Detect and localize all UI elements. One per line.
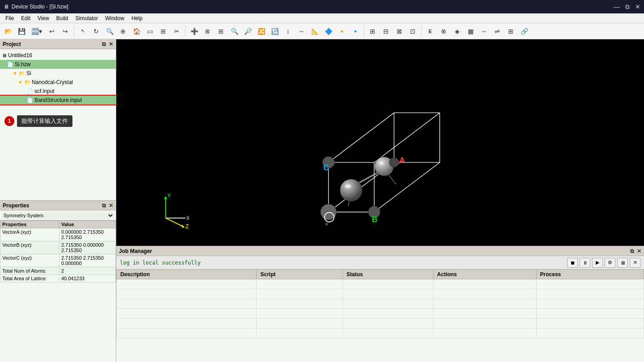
menu-edit[interactable]: Edit: [17, 14, 34, 22]
tb-d1[interactable]: ⊞: [366, 25, 379, 38]
tb-rect[interactable]: ▭: [144, 25, 156, 38]
tb-search2[interactable]: 🔎: [242, 25, 254, 38]
tb-e5[interactable]: ↔: [478, 25, 490, 38]
tb-e7[interactable]: ⊞: [504, 25, 517, 38]
tb-grid[interactable]: ⊞: [157, 25, 169, 38]
properties-panel-controls[interactable]: ⧉ ✕: [102, 202, 113, 209]
tb-select[interactable]: ↖: [76, 25, 89, 38]
prop-value: 2: [59, 267, 115, 275]
project-panel-float[interactable]: ⧉: [102, 41, 106, 47]
job-manager-controls[interactable]: ⧉ ✕: [630, 248, 641, 254]
svg-point-15: [340, 179, 362, 202]
menu-help[interactable]: Help: [128, 14, 146, 22]
tb-shape3[interactable]: 🔹: [349, 25, 361, 38]
tb-zoom-in[interactable]: ⊕: [117, 25, 129, 38]
job-manager-close[interactable]: ✕: [637, 248, 641, 254]
menu-view[interactable]: View: [34, 14, 53, 22]
tree-item-bandstructure[interactable]: 📄 BandStructure.input: [0, 96, 116, 105]
tb-redo[interactable]: ↪: [59, 25, 72, 38]
tree-item-scf-input[interactable]: 📄 scf.input: [0, 87, 116, 96]
sep3: [364, 26, 364, 37]
project-panel-close[interactable]: ✕: [109, 41, 113, 47]
menu-file[interactable]: File: [2, 14, 17, 22]
tb-undo[interactable]: ↩: [46, 25, 58, 38]
tb-search[interactable]: 🔍: [228, 25, 241, 38]
right-side: C A B O Y Z: [116, 39, 644, 362]
properties-panel: Properties ⧉ ✕ Symmetry System Propertie…: [0, 201, 116, 362]
job-row: [117, 279, 644, 289]
project-panel-header: Project ⧉ ✕: [0, 39, 116, 49]
badge-text: 能带计算输入文件: [17, 115, 72, 127]
jm-monitor[interactable]: 🖥: [617, 258, 628, 268]
svg-line-32: [165, 218, 183, 227]
tree-item-si-folder[interactable]: ▼ 📁 Si: [0, 69, 116, 78]
project-panel-title: Project: [3, 41, 21, 47]
maximize-button[interactable]: ⧉: [625, 3, 630, 11]
symmetry-system-dropdown[interactable]: Symmetry System: [2, 212, 114, 219]
prop-value: 40.041233: [59, 275, 115, 282]
svg-text:B: B: [372, 215, 377, 224]
tb-up[interactable]: ↕: [282, 25, 294, 38]
tb-new-dropdown[interactable]: 🆕▾: [29, 25, 45, 38]
project-icon: 🖥: [2, 53, 7, 58]
tb-swap[interactable]: 🔀: [255, 25, 267, 38]
tb-d4[interactable]: ⊡: [407, 25, 419, 38]
tb-home[interactable]: 🏠: [130, 25, 143, 38]
tb-add[interactable]: ➕: [188, 25, 200, 38]
jm-settings[interactable]: ⚙: [605, 258, 615, 268]
jm-pause[interactable]: ⏸: [580, 258, 590, 268]
tree-label-nanodcal: Nanodcal-Crystal: [32, 79, 73, 85]
tb-e4[interactable]: ▦: [464, 25, 477, 38]
tree-item-nanodcal[interactable]: ▼ 📁 Nanodcal-Crystal: [0, 78, 116, 87]
job-manager-title: Job Manager: [119, 248, 152, 254]
jm-play[interactable]: ▶: [592, 258, 603, 268]
tb-measure[interactable]: 📐: [309, 25, 321, 38]
tb-e3[interactable]: ◈: [451, 25, 463, 38]
tb-supercell[interactable]: ⊞: [215, 25, 227, 38]
jm-delete[interactable]: ✕: [630, 258, 640, 268]
tb-zoom-box[interactable]: 🔍: [103, 25, 116, 38]
project-tree[interactable]: 🖥 Untitled16 📄 Si.hzw ▼ 📁 Si: [0, 49, 116, 200]
menu-build[interactable]: Build: [53, 14, 72, 22]
tb-shape1[interactable]: 🔷: [322, 25, 335, 38]
menu-simulator[interactable]: Simulator: [72, 14, 102, 22]
project-panel-controls[interactable]: ⧉ ✕: [102, 41, 113, 47]
menu-window[interactable]: Window: [102, 14, 128, 22]
tb-e2[interactable]: ⊗: [437, 25, 450, 38]
tb-d3[interactable]: ⊠: [393, 25, 406, 38]
minimize-button[interactable]: —: [614, 3, 620, 11]
tb-d2[interactable]: ⊟: [380, 25, 392, 38]
tb-e8[interactable]: 🔗: [518, 25, 530, 38]
tb-e1[interactable]: E: [424, 25, 436, 38]
viewport-3d[interactable]: C A B O Y Z: [116, 39, 644, 246]
tb-e6[interactable]: ⇌: [491, 25, 504, 38]
prop-value: 2.715350 0.000000 2.715350: [59, 241, 115, 254]
tb-cut[interactable]: ✂: [170, 25, 183, 38]
job-row: [117, 328, 644, 338]
properties-panel-float[interactable]: ⧉: [102, 202, 106, 209]
tb-open[interactable]: 📂: [2, 25, 14, 38]
tb-rotate[interactable]: ↻: [90, 25, 102, 38]
job-manager-status: log in local successfully: [120, 260, 201, 266]
tb-save[interactable]: 💾: [15, 25, 28, 38]
tree-item-si-hzw[interactable]: 📄 Si.hzw: [0, 60, 116, 69]
prop-system-select[interactable]: Symmetry System: [0, 210, 116, 220]
prop-table: Properties Value VectorA (xyz)0.000000 2…: [0, 220, 116, 362]
window-controls[interactable]: — ⧉ ✕: [614, 3, 640, 11]
app-icon: 🖥: [4, 4, 9, 10]
tb-shape2[interactable]: 🔸: [335, 25, 348, 38]
close-button[interactable]: ✕: [635, 3, 640, 11]
job-manager-float[interactable]: ⧉: [630, 248, 634, 254]
job-row: [117, 319, 644, 328]
tb-bond[interactable]: ⊗: [201, 25, 214, 38]
tb-mirror[interactable]: 🔃: [268, 25, 281, 38]
properties-panel-close[interactable]: ✕: [109, 202, 113, 209]
main-area: Project ⧉ ✕ 🖥 Untitled16 📄 Si.hzw: [0, 39, 644, 362]
tb-lr[interactable]: ↔: [295, 25, 308, 38]
job-row: [117, 299, 644, 309]
jm-stop[interactable]: ⏹: [567, 258, 578, 268]
svg-text:O: O: [325, 223, 328, 226]
tree-item-untitled16[interactable]: 🖥 Untitled16: [0, 51, 116, 60]
job-manager-buttons[interactable]: ⏹ ⏸ ▶ ⚙ 🖥 ✕: [567, 258, 640, 268]
file-icon-band: 📄: [27, 97, 33, 103]
